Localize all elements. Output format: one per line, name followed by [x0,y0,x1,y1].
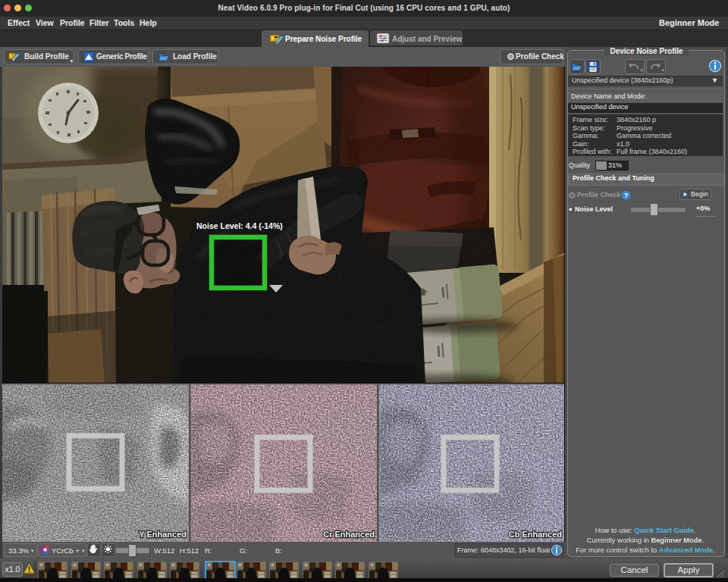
svg-text:Y Enhanced: Y Enhanced [139,530,187,539]
svg-text:?: ? [624,192,629,199]
svg-text:Cr Enhanced: Cr Enhanced [323,530,375,539]
svg-text:Cb Enhanced: Cb Enhanced [509,530,562,539]
